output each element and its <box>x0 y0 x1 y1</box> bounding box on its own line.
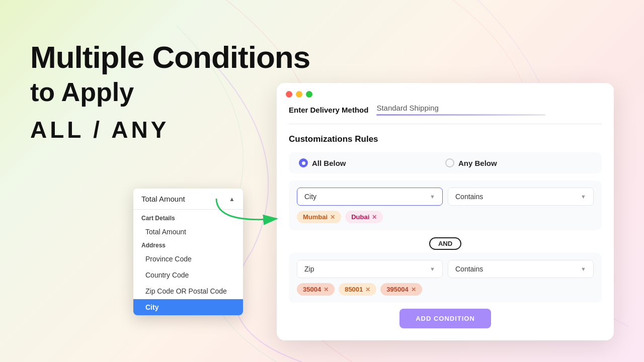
main-card: Enter Delivery Method Standard Shipping … <box>277 83 614 340</box>
condition-2-field-value: Zip <box>304 265 314 273</box>
condition-2-operator-arrow-icon: ▼ <box>581 266 586 272</box>
dropdown-item-province-code[interactable]: Province Code <box>133 251 243 267</box>
add-condition-row: ADD CONDITION <box>289 309 602 328</box>
dropdown-trigger-value: Total Amount <box>141 195 185 203</box>
maximize-dot[interactable] <box>306 91 312 98</box>
window-controls <box>277 83 614 104</box>
delivery-input-area[interactable]: Standard Shipping <box>376 104 602 116</box>
condition-2-field-select[interactable]: Zip ▼ <box>297 260 443 278</box>
add-condition-button[interactable]: ADD CONDITION <box>399 309 491 328</box>
dropdown-section-cart: Cart Details <box>133 210 243 224</box>
radio-all-label: All Below <box>312 159 346 167</box>
dropdown-section-address: Address <box>133 240 243 251</box>
condition-1-operator-value: Contains <box>455 193 483 201</box>
radio-any-label: Any Below <box>458 159 497 167</box>
dropdown-arrow-icon: ▲ <box>229 196 235 203</box>
tag-85001-remove-icon[interactable]: ✕ <box>365 286 370 293</box>
condition-1-field-value: City <box>304 193 316 201</box>
tag-85001-label: 85001 <box>345 286 363 293</box>
headline-line3: ALL / ANY <box>30 116 310 143</box>
condition-1-field-select[interactable]: City ▼ <box>297 188 443 206</box>
dropdown-overlay[interactable]: Total Amount ▲ Cart Details Total Amount… <box>133 189 243 315</box>
tag-mumbai[interactable]: Mumbai ✕ <box>297 211 341 223</box>
dropdown-item-city[interactable]: City <box>133 299 243 315</box>
headline-line1: Multiple Conditions <box>30 40 310 74</box>
condition-1-row: City ▼ Contains ▼ <box>297 188 594 206</box>
radio-row: All Below Any Below <box>289 152 602 173</box>
tag-dubai-remove-icon[interactable]: ✕ <box>372 214 377 221</box>
tag-395004-remove-icon[interactable]: ✕ <box>411 286 416 293</box>
condition-2-tags: 35004 ✕ 85001 ✕ 395004 ✕ <box>297 283 594 296</box>
headline-section: Multiple Conditions to Apply ALL / ANY <box>30 40 310 143</box>
tag-35004[interactable]: 35004 ✕ <box>297 283 335 296</box>
condition-2-field-arrow-icon: ▼ <box>430 266 435 272</box>
tag-85001[interactable]: 85001 ✕ <box>339 283 376 296</box>
and-separator: AND <box>289 234 602 253</box>
delivery-underline <box>376 114 545 116</box>
radio-all-circle[interactable] <box>299 158 308 167</box>
radio-all-below[interactable]: All Below <box>299 158 445 167</box>
dropdown-item-country-code[interactable]: Country Code <box>133 267 243 283</box>
condition-2-row: Zip ▼ Contains ▼ <box>297 260 594 278</box>
delivery-method-row: Enter Delivery Method Standard Shipping <box>289 104 602 124</box>
and-badge: AND <box>429 237 461 250</box>
tag-dubai-label: Dubai <box>351 213 369 221</box>
condition-block-1: City ▼ Contains ▼ Mumbai ✕ Dubai ✕ <box>289 180 602 230</box>
dropdown-item-total-amount[interactable]: Total Amount <box>133 224 243 240</box>
minimize-dot[interactable] <box>296 91 302 98</box>
radio-any-circle[interactable] <box>445 158 454 167</box>
dropdown-item-zip-code[interactable]: Zip Code OR Postal Code <box>133 283 243 299</box>
tag-mumbai-remove-icon[interactable]: ✕ <box>330 214 335 221</box>
card-body: Enter Delivery Method Standard Shipping … <box>277 104 614 340</box>
tag-35004-label: 35004 <box>303 286 321 293</box>
close-dot[interactable] <box>286 91 292 98</box>
tag-395004-label: 395004 <box>386 286 408 293</box>
condition-1-operator-select[interactable]: Contains ▼ <box>448 188 594 206</box>
condition-1-tags: Mumbai ✕ Dubai ✕ <box>297 211 594 223</box>
condition-1-operator-arrow-icon: ▼ <box>581 194 586 200</box>
condition-2-operator-select[interactable]: Contains ▼ <box>448 260 594 278</box>
delivery-method-label: Enter Delivery Method <box>289 106 368 114</box>
condition-block-2: Zip ▼ Contains ▼ 35004 ✕ 85001 ✕ 3 <box>289 253 602 303</box>
tag-395004[interactable]: 395004 ✕ <box>380 283 422 296</box>
tag-mumbai-label: Mumbai <box>303 213 328 221</box>
condition-1-field-arrow-icon: ▼ <box>430 194 435 200</box>
dropdown-trigger[interactable]: Total Amount ▲ <box>133 189 243 210</box>
tag-35004-remove-icon[interactable]: ✕ <box>324 286 329 293</box>
headline-line2: to Apply <box>30 76 310 108</box>
tag-dubai[interactable]: Dubai ✕ <box>345 211 383 223</box>
radio-any-below[interactable]: Any Below <box>445 158 592 167</box>
delivery-value: Standard Shipping <box>376 104 602 114</box>
rules-title: Customizations Rules <box>289 134 602 144</box>
condition-2-operator-value: Contains <box>455 265 483 273</box>
